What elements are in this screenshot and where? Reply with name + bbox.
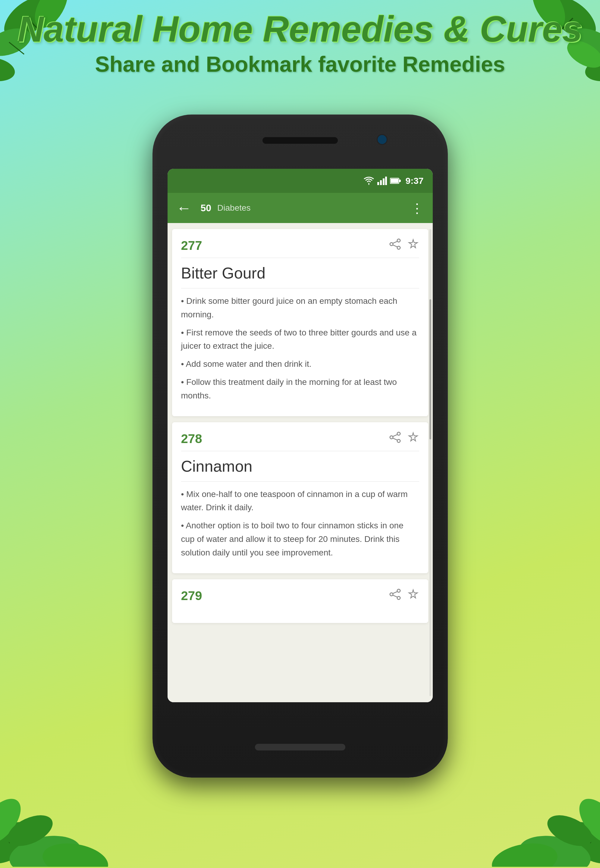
svg-line-35	[393, 595, 397, 597]
card-number-279: 279	[181, 589, 202, 603]
scroll-content[interactable]: 277	[168, 223, 433, 702]
phone-device: 9:37 ← 50 Diabetes ⋮ 277	[153, 115, 448, 777]
card-divider-277	[181, 258, 419, 258]
svg-line-34	[393, 592, 397, 594]
app-toolbar: ← 50 Diabetes ⋮	[168, 193, 433, 223]
share-button-278[interactable]	[389, 431, 401, 446]
toolbar-count: 50	[201, 203, 212, 214]
svg-rect-12	[377, 182, 379, 185]
signal-icon	[377, 177, 387, 185]
card-divider-277b	[181, 288, 419, 288]
status-bar: 9:37	[168, 169, 433, 193]
remedy-card-277: 277	[172, 229, 428, 416]
bookmark-button-277[interactable]	[407, 238, 419, 253]
battery-icon	[390, 177, 401, 184]
remedy-title-278: Cinnamon	[181, 457, 419, 475]
card-divider-278	[181, 451, 419, 451]
card-actions-279	[389, 588, 419, 603]
title-area: Natural Home Remedies & Cures Share and …	[0, 9, 600, 77]
svg-line-28	[393, 435, 397, 436]
leaf-bottom-right	[434, 716, 600, 868]
svg-rect-14	[383, 179, 385, 185]
menu-button[interactable]: ⋮	[411, 200, 424, 216]
phone-speaker	[262, 137, 338, 144]
remedy-step-277-1: • First remove the seeds of two to three…	[181, 326, 419, 353]
svg-point-33	[397, 597, 400, 600]
svg-point-32	[390, 593, 393, 596]
back-button[interactable]: ←	[177, 199, 192, 217]
svg-point-27	[397, 439, 400, 442]
svg-point-21	[397, 246, 400, 249]
subtitle: Share and Bookmark favorite Remedies	[0, 52, 600, 77]
scrollbar-track[interactable]	[429, 229, 431, 696]
remedy-step-277-3: • Follow this treatment daily in the mor…	[181, 376, 419, 403]
status-icons	[364, 177, 401, 185]
share-button-279[interactable]	[389, 588, 401, 603]
scrollbar-thumb	[429, 299, 431, 439]
phone-body: 9:37 ← 50 Diabetes ⋮ 277	[153, 115, 448, 777]
remedy-title-277: Bitter Gourd	[181, 264, 419, 282]
remedy-step-278-1: • Another option is to boil two to four …	[181, 519, 419, 559]
svg-line-23	[393, 245, 397, 247]
svg-line-29	[393, 438, 397, 440]
status-time: 9:37	[405, 176, 423, 186]
card-number-277: 277	[181, 238, 202, 253]
svg-point-19	[397, 239, 400, 242]
svg-point-20	[390, 242, 393, 245]
svg-rect-17	[399, 180, 401, 182]
remedy-step-278-0: • Mix one-half to one teaspoon of cinnam…	[181, 488, 419, 515]
bookmark-button-279[interactable]	[407, 588, 419, 603]
svg-point-31	[397, 589, 400, 592]
svg-rect-15	[385, 177, 387, 185]
remedy-card-278: 278	[172, 422, 428, 573]
toolbar-category: Diabetes	[217, 203, 251, 213]
leaf-bottom-left	[0, 716, 166, 868]
svg-point-25	[397, 432, 400, 435]
share-button-277[interactable]	[389, 238, 401, 253]
bookmark-button-278[interactable]	[407, 431, 419, 446]
card-header-279: 279	[181, 588, 419, 603]
card-divider-278b	[181, 481, 419, 482]
wifi-icon	[364, 177, 374, 185]
svg-point-26	[390, 436, 393, 439]
phone-screen: 9:37 ← 50 Diabetes ⋮ 277	[168, 169, 433, 702]
card-actions-277	[389, 238, 419, 253]
card-number-278: 278	[181, 432, 202, 446]
phone-camera	[377, 134, 388, 145]
main-title: Natural Home Remedies & Cures	[0, 9, 600, 49]
svg-rect-18	[391, 179, 398, 183]
remedy-step-277-2: • Add some water and then drink it.	[181, 358, 419, 371]
card-actions-278	[389, 431, 419, 446]
svg-marker-30	[409, 433, 417, 441]
remedy-step-277-0: • Drink some bitter gourd juice on an em…	[181, 294, 419, 321]
svg-line-22	[393, 241, 397, 243]
svg-marker-36	[409, 590, 417, 598]
remedy-card-279: 279	[172, 579, 428, 623]
card-header-277: 277	[181, 238, 419, 253]
card-header-278: 278	[181, 431, 419, 446]
svg-rect-13	[380, 180, 382, 185]
phone-home-button[interactable]	[255, 744, 345, 750]
svg-marker-24	[409, 239, 417, 248]
